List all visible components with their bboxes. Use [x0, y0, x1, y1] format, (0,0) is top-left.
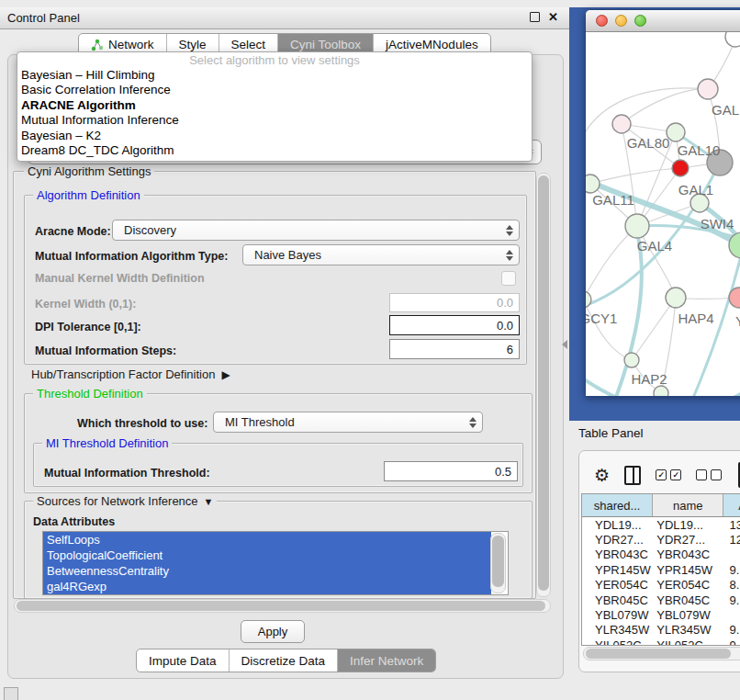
mi-algorithm-type-combobox[interactable]: Naive Bayes	[242, 244, 520, 265]
node-gcy1[interactable]	[586, 291, 591, 308]
mi-algorithm-type-value: Naive Bayes	[254, 248, 321, 262]
algorithm-option[interactable]: Bayesian – K2	[17, 129, 532, 143]
table-row[interactable]: YLR345W YLR345W 9.	[582, 623, 740, 638]
node-gal80[interactable]	[612, 115, 631, 133]
app-root: Control Panel ✕ Network Style Select Cyn…	[0, 0, 740, 700]
algorithm-definition-title: Algorithm Definition	[33, 188, 144, 202]
cell-shared-name: YBR045C	[582, 593, 653, 607]
sources-group-header[interactable]: Sources for Network Inference ▼	[33, 494, 217, 508]
cell-name: YLR345W	[653, 623, 723, 637]
settings-horizontal-scrollbar[interactable]	[14, 599, 551, 613]
scrollbar-thumb[interactable]	[538, 175, 549, 591]
close-window-icon[interactable]	[596, 15, 608, 27]
algorithm-option[interactable]: Mutual Information Inference	[17, 113, 532, 128]
algorithm-option-selected[interactable]: ARACNE Algorithm	[17, 98, 532, 113]
node[interactable]	[725, 32, 740, 47]
network-view-window[interactable]: GAL80 GAL10 GAL1 GAL11 GAL4 SWI4 GCY1 HA…	[585, 9, 740, 397]
unchecked-checkboxes-icon[interactable]	[696, 469, 722, 480]
table-row[interactable]: YBR045C YBR045C 9.	[582, 593, 740, 607]
list-item[interactable]: TopologicalCoefficient	[43, 548, 491, 563]
attributes-list-scrollbar[interactable]	[490, 533, 506, 593]
node-label: HAP2	[631, 371, 667, 387]
cell-shared-name: YLR345W	[582, 623, 653, 637]
node-gal-partial[interactable]	[698, 79, 718, 99]
minimize-window-icon[interactable]	[615, 15, 627, 27]
tab-impute-data[interactable]: Impute Data	[137, 649, 229, 672]
apply-button-label: Apply	[258, 625, 288, 638]
cell-name: YBL079W	[653, 608, 723, 622]
node-label: Y	[735, 313, 740, 329]
which-threshold-combobox[interactable]: MI Threshold	[213, 412, 483, 433]
algorithm-option[interactable]: Bayesian – Hill Climbing	[17, 68, 532, 83]
cell-name: YBR045C	[653, 593, 723, 607]
settings-vertical-scrollbar[interactable]	[536, 173, 551, 597]
cell-name: YPR145W	[653, 563, 723, 577]
hub-definition-toggle[interactable]: Hub/Transcription Factor Definition ▶	[31, 367, 230, 381]
kernel-width-field[interactable]: 0.0	[389, 293, 520, 312]
tab-infer-network[interactable]: Infer Network	[337, 649, 435, 672]
node-bottom-partial[interactable]	[654, 386, 668, 397]
maximize-window-icon[interactable]	[634, 15, 646, 27]
collapse-down-icon: ▼	[204, 496, 214, 507]
list-item[interactable]: SelfLoops	[43, 532, 491, 548]
node-label: GAL	[712, 102, 739, 118]
checked-checkboxes-icon[interactable]: ✓ ✓	[656, 469, 681, 480]
gear-icon[interactable]: ⚙	[594, 465, 610, 486]
algorithm-option[interactable]: Basic Correlation Inference	[17, 83, 532, 97]
table-row[interactable]: YIL052C YIL052C 9	[582, 638, 740, 646]
close-icon[interactable]: ✕	[548, 11, 558, 23]
network-canvas[interactable]: GAL80 GAL10 GAL1 GAL11 GAL4 SWI4 GCY1 HA…	[586, 32, 740, 397]
node-gal1[interactable]	[672, 160, 689, 176]
cell-shared-name: YDR27...	[582, 533, 653, 547]
node-gal11[interactable]	[586, 175, 600, 193]
node-hap2[interactable]	[624, 353, 639, 367]
checkbox-unchecked-icon	[711, 469, 722, 480]
table-row[interactable]: YDL19... YDL19... 13	[582, 517, 740, 532]
node-table[interactable]: shared... name A YDL19... YDL19... 13 YD…	[581, 493, 740, 646]
apply-button[interactable]: Apply	[241, 620, 305, 643]
control-panel-titlebar: Control Panel ✕	[0, 7, 569, 29]
table-panel-title: Table Panel	[578, 426, 644, 440]
splitter-collapse-arrow[interactable]	[562, 340, 567, 349]
resize-grip[interactable]	[4, 687, 18, 700]
cell-value: 12	[723, 533, 740, 547]
node-hap4[interactable]	[666, 288, 686, 308]
column-header-partial[interactable]: A	[723, 494, 740, 516]
which-threshold-value: MI Threshold	[225, 415, 295, 429]
combo-arrows-icon	[506, 225, 513, 236]
column-header-name[interactable]: name	[653, 494, 723, 516]
table-row[interactable]: YPR145W YPR145W 9.	[582, 562, 740, 577]
node-gal4[interactable]	[625, 214, 649, 238]
data-attributes-list[interactable]: SelfLoops TopologicalCoefficient Between…	[42, 531, 509, 595]
scrollbar-thumb[interactable]	[492, 536, 504, 587]
list-item[interactable]: gal4RGexp	[43, 579, 491, 594]
column-header-shared-name[interactable]: shared...	[582, 494, 653, 516]
split-columns-icon[interactable]	[624, 466, 641, 485]
algorithm-option[interactable]: Dream8 DC_TDC Algorithm	[17, 143, 532, 158]
cell-name: YBR043C	[653, 548, 723, 561]
checkbox-checked-icon: ✓	[656, 469, 667, 480]
table-row[interactable]: YBR043C YBR043C	[582, 548, 740, 562]
tab-discretize-data[interactable]: Discretize Data	[229, 649, 338, 672]
scrollbar-thumb[interactable]	[586, 649, 731, 659]
algorithm-dropdown-list: Select algorithm to view settings Bayesi…	[17, 51, 533, 162]
tab-style-label: Style	[179, 38, 207, 51]
node-label: SWI4	[701, 216, 734, 231]
table-horizontal-scrollbar[interactable]	[583, 647, 740, 660]
mi-steps-field[interactable]: 6	[389, 339, 520, 359]
manual-kernel-width-checkbox[interactable]	[501, 271, 516, 286]
table-row[interactable]: YBL079W YBL079W	[582, 607, 740, 622]
float-panel-icon[interactable]	[530, 12, 540, 22]
dpi-tolerance-field[interactable]: 0.0	[389, 315, 520, 335]
kernel-width-value: 0.0	[497, 296, 513, 310]
table-row[interactable]: YDR27... YDR27... 12	[582, 532, 740, 547]
threshold-definition-title: Threshold Definition	[33, 387, 147, 401]
table-row[interactable]: YER054C YER054C 8.	[582, 578, 740, 593]
mi-threshold-field[interactable]: 0.5	[384, 461, 518, 481]
list-item[interactable]: BetweennessCentrality	[43, 563, 491, 579]
dpi-tolerance-value: 0.0	[497, 319, 513, 333]
aracne-mode-combobox[interactable]: Discovery	[112, 220, 520, 241]
network-window-titlebar[interactable]	[586, 10, 740, 32]
algorithm-dropdown-prompt: Select algorithm to view settings	[17, 52, 532, 68]
scrollbar-thumb[interactable]	[17, 601, 545, 611]
